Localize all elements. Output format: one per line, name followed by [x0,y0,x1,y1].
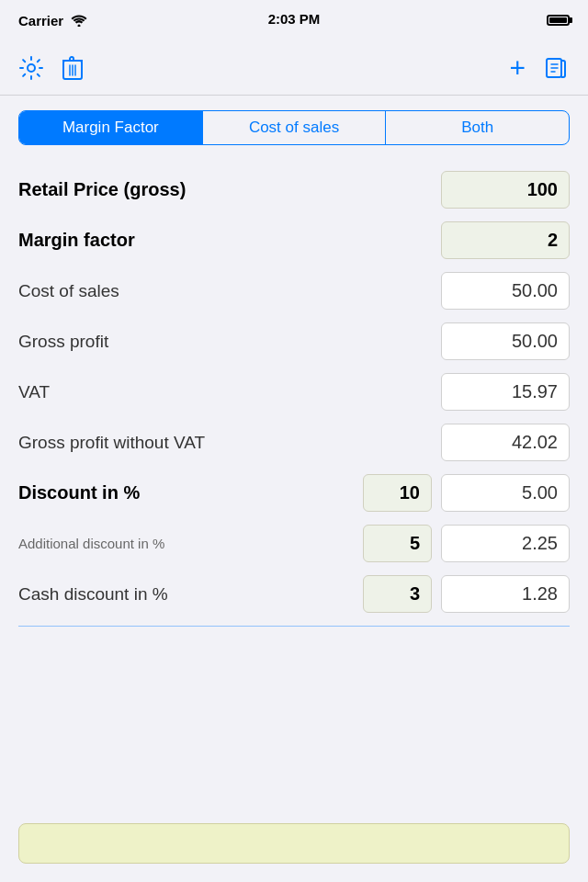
status-left: Carrier [18,13,87,28]
segment-container: Margin Factor Cost of sales Both [0,96,588,156]
row-gross-profit: Gross profit 50.00 [18,322,570,360]
label-gross-profit-no-vat: Gross profit without VAT [18,433,441,453]
input-additional-discount-pct[interactable]: 5 [363,525,432,562]
segment-margin-factor[interactable]: Margin Factor [19,111,203,144]
input-cost-of-sales: 50.00 [441,272,570,310]
status-right [547,15,570,26]
delete-button[interactable] [62,55,83,81]
input-discount-pct[interactable]: 10 [363,474,432,512]
svg-point-1 [28,64,35,72]
gear-icon [18,55,44,81]
bottom-divider [18,626,570,627]
label-gross-profit: Gross profit [18,332,441,352]
row-vat: VAT 15.97 [18,373,570,411]
toolbar: + [0,40,588,96]
row-retail-price: Retail Price (gross) 100 [18,171,570,209]
label-cash-discount: Cash discount in % [18,584,363,605]
toolbar-left [18,55,83,81]
label-cost-of-sales: Cost of sales [18,281,441,301]
battery-icon [547,15,570,26]
carrier-label: Carrier [18,13,63,28]
input-gross-profit: 50.00 [441,322,570,360]
input-gross-profit-no-vat: 42.02 [441,424,570,461]
row-margin-factor: Margin factor 2 [18,221,570,259]
input-margin-factor[interactable]: 2 [441,221,570,259]
input-retail-price[interactable]: 100 [441,171,570,209]
book-button[interactable] [544,55,570,81]
row-discount: Discount in % 10 5.00 [18,474,570,512]
input-vat: 15.97 [441,373,570,411]
row-discount-inputs: 10 5.00 [363,474,570,512]
row-cash-discount: Cash discount in % 3 1.28 [18,575,570,613]
toolbar-right: + [509,54,570,82]
row-additional-discount: Additional discount in % 5 2.25 [18,525,570,562]
input-cash-discount-value: 1.28 [441,575,570,613]
row-cost-of-sales: Cost of sales 50.00 [18,272,570,310]
label-retail-price: Retail Price (gross) [18,179,441,200]
settings-button[interactable] [18,55,44,81]
segment-control: Margin Factor Cost of sales Both [18,110,570,145]
segment-both[interactable]: Both [386,111,569,144]
input-cash-discount-pct[interactable]: 3 [363,575,432,613]
row-cash-discount-inputs: 3 1.28 [363,575,570,613]
bottom-hint [18,823,570,864]
status-bar: Carrier 2:03 PM [0,0,588,40]
input-additional-discount-value: 2.25 [441,525,570,562]
svg-point-0 [78,25,81,28]
content: Retail Price (gross) 100 Margin factor 2… [0,156,588,627]
add-button[interactable]: + [509,54,526,82]
label-additional-discount: Additional discount in % [18,536,363,551]
label-vat: VAT [18,382,441,402]
trash-icon [62,55,83,81]
label-margin-factor: Margin factor [18,230,441,251]
input-discount-value: 5.00 [441,474,570,512]
status-time: 2:03 PM [268,11,321,27]
wifi-icon [71,14,87,27]
row-gross-profit-no-vat: Gross profit without VAT 42.02 [18,424,570,461]
book-icon [544,55,570,81]
label-discount: Discount in % [18,482,363,503]
segment-cost-of-sales[interactable]: Cost of sales [203,111,387,144]
row-additional-discount-inputs: 5 2.25 [363,525,570,562]
